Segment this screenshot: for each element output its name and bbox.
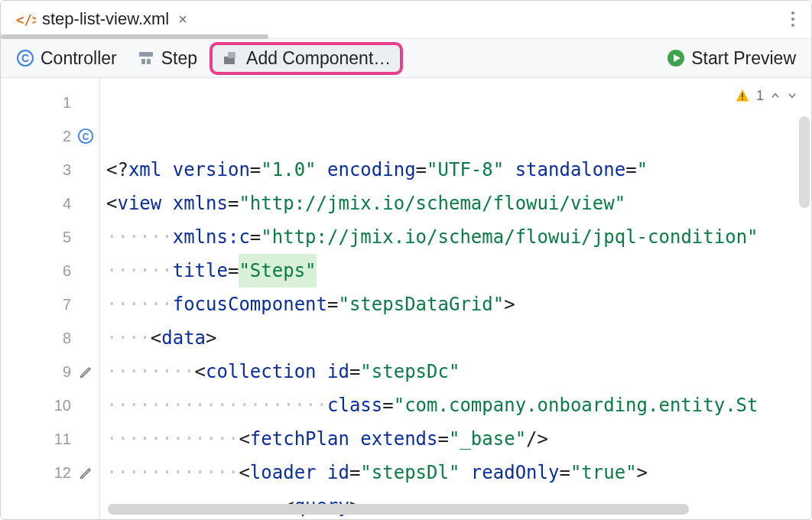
start-preview-button[interactable]: Start Preview — [659, 45, 804, 72]
code-token: < — [239, 422, 249, 456]
code-token: = — [625, 153, 636, 187]
code-token: encoding — [327, 153, 416, 187]
horizontal-scrollbar[interactable] — [108, 504, 802, 515]
gutter-row: 9 — [1, 355, 99, 388]
horizontal-scrollbar-thumb[interactable] — [108, 504, 689, 515]
tab-underline — [1, 34, 268, 39]
code-token: "_base" — [449, 422, 526, 456]
code-token: /> — [526, 422, 548, 456]
svg-rect-10 — [228, 52, 235, 58]
code-token: view — [117, 187, 172, 220]
code-token: < — [106, 187, 117, 220]
gutter-row: 12 — [1, 456, 99, 489]
code-token: title — [173, 254, 228, 288]
controller-c-icon: C — [16, 49, 34, 67]
code-token: fetchPlan — [250, 422, 361, 456]
tab-filename: step-list-view.xml — [42, 9, 169, 29]
code-token: > — [206, 321, 216, 355]
code-editor[interactable]: 12C3456789101112 <?xml version="1.0" enc… — [1, 78, 811, 519]
code-token: "Steps" — [239, 254, 316, 288]
gutter-row: 7 — [1, 288, 99, 321]
code-token: collection — [206, 355, 327, 388]
svg-text:C: C — [21, 52, 29, 64]
code-token: "http://jmix.io/schema/flowui/jpql-condi… — [261, 220, 758, 254]
editor-window: </> step-list-view.xml × C Controller — [0, 0, 812, 520]
inspection-widget[interactable]: 1 — [730, 84, 802, 107]
code-line[interactable]: ······focusComponent="stepsDataGrid"> — [106, 288, 811, 321]
gutter-row: 5 — [1, 220, 99, 254]
svg-rect-17 — [742, 99, 743, 101]
step-button[interactable]: Step — [129, 45, 205, 72]
code-token: = — [416, 153, 427, 187]
indent-guides: ············ — [106, 422, 239, 456]
chevron-down-icon[interactable] — [787, 90, 797, 101]
line-number: 11 — [50, 431, 71, 448]
code-token — [317, 153, 327, 187]
code-line[interactable]: ······title="Steps" — [106, 254, 811, 288]
code-token: < — [239, 456, 249, 489]
code-token: standalone — [515, 153, 626, 187]
add-component-button[interactable]: Add Component… — [209, 42, 403, 75]
indent-guides: ···················· — [106, 388, 327, 422]
code-line[interactable]: ······xmlns:c="http://jmix.io/schema/flo… — [106, 220, 811, 254]
code-line[interactable]: ····················class="com.company.o… — [106, 388, 811, 422]
svg-rect-6 — [139, 52, 153, 57]
play-icon — [667, 49, 685, 67]
code-token: "com.company.onboarding.entity.St — [394, 388, 758, 422]
line-number: 1 — [50, 94, 71, 112]
code-token: version — [173, 153, 250, 187]
code-line[interactable]: <view xmlns="http://jmix.io/schema/flowu… — [106, 187, 811, 220]
file-tab[interactable]: </> step-list-view.xml × — [7, 2, 204, 36]
line-number: 4 — [50, 195, 71, 213]
svg-rect-7 — [141, 59, 145, 64]
indent-guides: ············ — [106, 456, 239, 489]
code-token: < — [151, 321, 161, 355]
svg-text:C: C — [83, 132, 89, 142]
code-line[interactable]: ············<loader id="stepsDl" readOnl… — [106, 456, 811, 489]
tab-bar: </> step-list-view.xml × — [1, 1, 811, 39]
designer-toolbar: C Controller Step Add Compo — [1, 39, 811, 79]
code-line[interactable]: ····<data> — [106, 321, 811, 355]
chevron-up-icon[interactable] — [770, 90, 781, 101]
code-line[interactable]: ········<collection id="stepsDc" — [106, 355, 811, 388]
gutter-row: 2C — [1, 119, 99, 153]
code-token: xmlns:c — [173, 220, 250, 254]
controller-c-icon[interactable]: C — [77, 128, 94, 145]
code-token: focusComponent — [173, 288, 327, 321]
code-area[interactable]: <?xml version="1.0" encoding="UTF-8" sta… — [100, 78, 811, 519]
svg-rect-8 — [147, 59, 151, 64]
code-token: "true" — [570, 456, 637, 489]
pencil-icon[interactable] — [79, 364, 94, 379]
indent-guides: ······ — [106, 220, 173, 254]
code-token: = — [559, 456, 570, 489]
line-number: 6 — [50, 262, 71, 280]
code-token: "stepsDataGrid" — [338, 288, 504, 321]
code-line[interactable]: ············<fetchPlan extends="_base"/> — [106, 422, 811, 456]
controller-button[interactable]: C Controller — [8, 45, 125, 72]
code-token: = — [349, 355, 360, 388]
code-token: = — [228, 254, 239, 288]
code-token: id — [327, 456, 349, 489]
add-component-icon — [222, 49, 240, 67]
pencil-icon[interactable] — [79, 465, 94, 480]
line-number: 7 — [50, 296, 71, 314]
code-token: > — [504, 288, 515, 321]
line-number: 3 — [50, 161, 71, 179]
close-tab-icon[interactable]: × — [175, 11, 190, 28]
code-token: xml — [128, 153, 173, 187]
code-token: = — [349, 456, 360, 489]
gutter-row: 6 — [1, 254, 99, 288]
controller-label: Controller — [41, 48, 117, 69]
code-line[interactable]: <?xml version="1.0" encoding="UTF-8" sta… — [106, 153, 811, 187]
code-token: = — [327, 288, 338, 321]
vertical-scrollbar-thumb[interactable] — [799, 116, 810, 208]
gutter-row: 10 — [1, 388, 99, 422]
code-token: xmlns — [173, 187, 228, 220]
code-token: = — [438, 422, 449, 456]
line-number: 5 — [50, 229, 71, 246]
indent-guides: ······ — [106, 288, 173, 321]
tab-more-button[interactable] — [781, 7, 805, 31]
line-number: 9 — [50, 363, 71, 381]
code-token: " — [637, 153, 648, 187]
line-number: 8 — [50, 330, 71, 347]
